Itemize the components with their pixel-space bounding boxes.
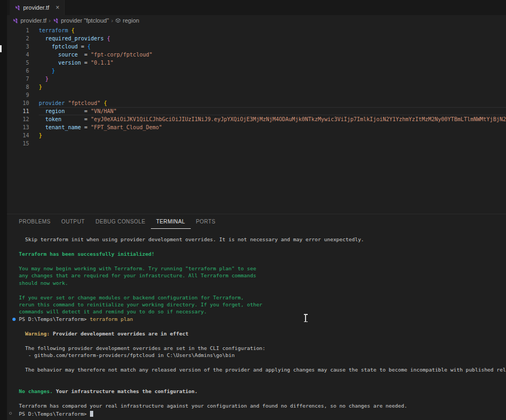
line-number: 15 bbox=[7, 139, 29, 148]
terraform-icon bbox=[12, 18, 18, 24]
line-number: 11 bbox=[7, 107, 29, 115]
line-number: 9 bbox=[7, 91, 29, 99]
breadcrumb-item-3[interactable]: region bbox=[115, 17, 140, 24]
vscode-window: provider.tf × provider.tf›provider "fptc… bbox=[0, 0, 506, 420]
terminal-line bbox=[19, 243, 506, 250]
terraform-file-icon bbox=[15, 5, 20, 11]
code-line: token = "eyJ0eXAiOiJKV1QiLCJhbGciOiJIUzI… bbox=[39, 115, 506, 123]
panel-tab-terminal[interactable]: TERMINAL bbox=[151, 214, 191, 229]
panel-tab-ports[interactable]: PORTS bbox=[191, 214, 221, 229]
code-line: } bbox=[39, 131, 506, 139]
code-line: } bbox=[39, 75, 506, 83]
terminal-line bbox=[19, 337, 506, 344]
breadcrumb-label: provider.tf bbox=[20, 17, 46, 24]
panel-tab-problems[interactable]: PROBLEMS bbox=[13, 214, 56, 229]
breadcrumb-item-2[interactable]: provider "fptcloud" bbox=[53, 17, 109, 24]
breadcrumb-separator: › bbox=[48, 17, 51, 24]
breadcrumb-label: region bbox=[123, 17, 140, 24]
code-line: required_providers { bbox=[39, 34, 506, 43]
tab-provider-tf[interactable]: provider.tf × bbox=[10, 0, 65, 15]
panel-tab-bar: PROBLEMSOUTPUTDEBUG CONSOLETERMINALPORTS bbox=[7, 214, 506, 229]
terminal-line: You may now begin working with Terraform… bbox=[19, 265, 506, 272]
terminal-line bbox=[19, 359, 506, 366]
line-number: 3 bbox=[7, 43, 29, 51]
editor-lines[interactable]: terraform { required_providers { fptclou… bbox=[32, 26, 506, 214]
code-line bbox=[39, 91, 506, 99]
code-line: fptcloud = { bbox=[39, 43, 506, 51]
terminal-line bbox=[19, 381, 506, 388]
panel-tab-output[interactable]: OUTPUT bbox=[56, 214, 91, 229]
terminal-line: rerun this command to reinitialize your … bbox=[19, 301, 506, 308]
line-number: 14 bbox=[7, 131, 29, 139]
terminal-line: No changes. Your infrastructure matches … bbox=[19, 388, 506, 395]
terminal-line: The following provider development overr… bbox=[19, 345, 506, 352]
breadcrumb-item-1[interactable]: provider.tf bbox=[12, 17, 46, 24]
line-number: 12 bbox=[7, 115, 29, 123]
terraform-icon bbox=[53, 18, 59, 24]
editor-tab-bar: provider.tf × bbox=[7, 0, 506, 15]
terminal-line bbox=[19, 286, 506, 293]
prompt-decoration-icon[interactable] bbox=[9, 412, 12, 415]
editor: 123456789101112131415 terraform { requir… bbox=[7, 26, 506, 214]
command-decoration-icon[interactable] bbox=[12, 318, 16, 321]
terminal-line: PS D:\Temps\Terraform> terraform plan bbox=[19, 316, 506, 323]
close-tab-icon[interactable]: × bbox=[56, 4, 59, 11]
line-number: 7 bbox=[7, 75, 29, 83]
terminal-line: - github.com/terraform-providers/fptclou… bbox=[19, 352, 506, 359]
panel-tab-debug-console[interactable]: DEBUG CONSOLE bbox=[90, 214, 150, 229]
code-line: tenant_name = "FPT_Smart_Cloud_Demo" bbox=[39, 123, 506, 131]
breadcrumb: provider.tf›provider "fptcloud"›region bbox=[7, 15, 506, 26]
terminal-content[interactable]: Skip terraform init when using provider … bbox=[7, 229, 506, 420]
code-line: } bbox=[39, 83, 506, 91]
terminal-line: Terraform has compared your real infrast… bbox=[19, 402, 506, 409]
terminal-line: Skip terraform init when using provider … bbox=[19, 236, 506, 243]
code-line bbox=[39, 139, 506, 148]
code-line: provider "fptcloud" { bbox=[39, 99, 506, 107]
main-column: provider.tf × provider.tf›provider "fptc… bbox=[7, 0, 506, 420]
activity-strip bbox=[0, 0, 7, 420]
line-number: 5 bbox=[7, 59, 29, 67]
terminal-line bbox=[19, 395, 506, 402]
terminal-line bbox=[19, 323, 506, 330]
terminal-line: PS D:\Temps\Terraform> bbox=[19, 410, 506, 417]
symbol-field-icon bbox=[115, 18, 121, 23]
code-line: version = "0.1.1" bbox=[39, 59, 506, 67]
line-number: 8 bbox=[7, 83, 29, 91]
breadcrumb-separator: › bbox=[111, 17, 113, 24]
terminal-line: Terraform has been successfully initiali… bbox=[19, 250, 506, 257]
terminal-line: should now work. bbox=[19, 279, 506, 286]
terminal-line: If you ever set or change modules or bac… bbox=[19, 294, 506, 301]
code-line: source = "fpt-corp/fptcloud" bbox=[39, 51, 506, 59]
line-number: 1 bbox=[7, 26, 29, 34]
terminal-line: Warning: Provider development overrides … bbox=[19, 330, 506, 337]
code-line: } bbox=[39, 67, 506, 75]
code-line: terraform { bbox=[39, 26, 506, 34]
line-number: 4 bbox=[7, 51, 29, 59]
line-number: 10 bbox=[7, 99, 29, 107]
terminal-cursor bbox=[90, 411, 93, 417]
terminal-line bbox=[19, 373, 506, 380]
breadcrumb-label: provider "fptcloud" bbox=[61, 17, 109, 24]
terminal-line: commands will detect it and remind you t… bbox=[19, 308, 506, 315]
terminal-line: any changes that are required for your i… bbox=[19, 272, 506, 279]
strip-indicator bbox=[0, 45, 2, 52]
bottom-panel: PROBLEMSOUTPUTDEBUG CONSOLETERMINALPORTS… bbox=[7, 214, 506, 420]
line-number: 13 bbox=[7, 123, 29, 131]
line-number: 2 bbox=[7, 34, 29, 43]
line-number: 6 bbox=[7, 67, 29, 75]
tab-label: provider.tf bbox=[23, 4, 49, 11]
terminal-line: The behavior may therefore not match any… bbox=[19, 366, 506, 373]
terminal-line bbox=[19, 257, 506, 264]
code-line: region = "VN/HAN" bbox=[39, 107, 506, 115]
editor-gutter: 123456789101112131415 bbox=[7, 26, 32, 214]
